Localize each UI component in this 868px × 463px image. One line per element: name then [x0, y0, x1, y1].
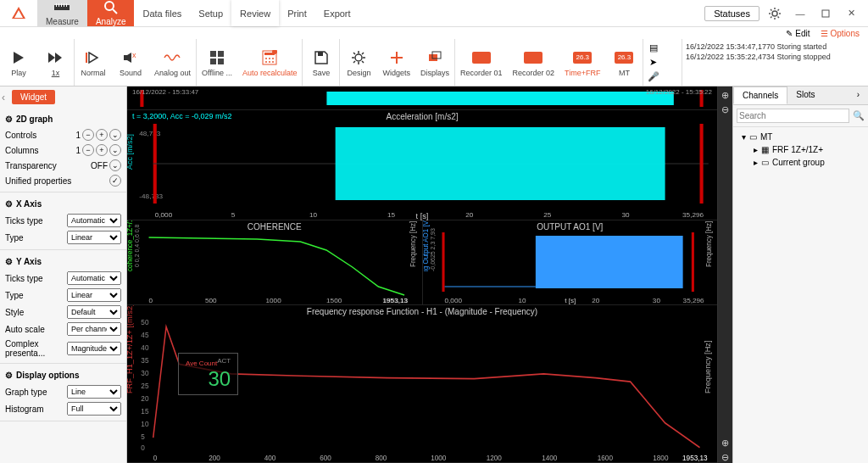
- svg-point-30: [272, 61, 274, 63]
- menu-data-files[interactable]: Data files: [134, 0, 190, 26]
- recorder-02-button[interactable]: Recorder 02: [508, 39, 560, 86]
- section-x-axis[interactable]: ⚙X Axis: [5, 196, 121, 212]
- auto-recalc-button[interactable]: Auto recalculate: [237, 39, 303, 86]
- gear-icon: ⚙: [5, 371, 13, 380]
- zoom-in-icon[interactable]: ⊕: [721, 90, 729, 101]
- y-autoscale-select[interactable]: Per channe: [67, 322, 121, 336]
- mode-normal-button[interactable]: Normal: [75, 39, 112, 86]
- frf-chart[interactable]: Frequency response Function - H1 - (Magn…: [127, 305, 717, 463]
- histogram-select[interactable]: Full: [67, 402, 121, 416]
- chevron-right-icon[interactable]: ›: [849, 86, 868, 104]
- down-button[interactable]: ⌄: [109, 144, 121, 156]
- y-complex-select[interactable]: Magnitude: [67, 342, 121, 355]
- svg-text:48,733: 48,733: [139, 130, 161, 137]
- search-icon[interactable]: 🔍: [849, 110, 868, 121]
- section-2d-graph[interactable]: ⚙2D graph: [5, 111, 121, 127]
- search-input[interactable]: [737, 109, 849, 123]
- doc-icon[interactable]: ▤: [649, 42, 658, 53]
- tree-item[interactable]: ▸▭Current group: [737, 156, 865, 169]
- minus-button[interactable]: −: [82, 144, 94, 156]
- zoom-out-icon[interactable]: ⊖: [721, 452, 729, 463]
- displays-button[interactable]: Displays: [415, 39, 455, 86]
- section-display[interactable]: ⚙Display options: [5, 367, 121, 383]
- y-type-select[interactable]: Linear: [67, 288, 121, 302]
- plus-button[interactable]: +: [96, 144, 108, 156]
- zoom-column: ⊕ ⊖ ⊕ ⊖: [717, 86, 732, 463]
- plus-button[interactable]: +: [96, 129, 108, 141]
- svg-text:500: 500: [205, 297, 217, 304]
- histogram-label: Histogram: [5, 404, 44, 414]
- mt-button[interactable]: 26.3MT: [605, 39, 643, 86]
- graph-type-select[interactable]: Line: [67, 385, 121, 399]
- minus-button[interactable]: −: [82, 129, 94, 141]
- x-type-select[interactable]: Linear: [67, 231, 121, 244]
- svg-rect-7: [66, 3, 67, 7]
- svg-point-10: [772, 11, 777, 16]
- pencil-icon: ✎: [786, 29, 793, 38]
- transparency-label: Transparency: [5, 161, 57, 170]
- menu-print[interactable]: Print: [279, 0, 315, 26]
- menu-export[interactable]: Export: [315, 0, 359, 26]
- cursor-icon[interactable]: ➤: [649, 57, 657, 68]
- plus-icon: [387, 48, 406, 67]
- columns-label: Columns: [5, 146, 38, 155]
- output-chart[interactable]: OUTPUT AO1 [V] ig Output AO1 [V -0,0625 …: [423, 220, 718, 305]
- widgets-button[interactable]: Widgets: [377, 39, 415, 86]
- save-icon: [312, 48, 331, 67]
- wave-icon: [164, 48, 182, 67]
- channel-tree: ▾▭MT ▸▦FRF 1Z+/1Z+ ▸▭Current group: [733, 127, 868, 172]
- log-line: 16/12/2022 15:35:22,4734 Storing stopped: [686, 53, 865, 61]
- gear-icon[interactable]: [765, 3, 785, 24]
- coherence-chart[interactable]: COHERENCE coherence_1Z+/1Z+ 0 0,2 0,4 0,…: [127, 220, 423, 305]
- toggle-button[interactable]: ⌄: [109, 159, 121, 171]
- time-frf-button[interactable]: 26.3Time+FRF: [559, 39, 605, 86]
- check-button[interactable]: ✓: [109, 175, 121, 187]
- mic-icon[interactable]: 🎤: [648, 71, 659, 82]
- recorder-01-button[interactable]: Recorder 01: [455, 39, 508, 86]
- tree-root[interactable]: ▾▭MT: [737, 131, 865, 143]
- svg-rect-21: [210, 59, 216, 64]
- analog-out-button[interactable]: Analog out: [149, 39, 197, 86]
- zoom-in-icon[interactable]: ⊕: [721, 438, 729, 449]
- menu-setup[interactable]: Setup: [190, 0, 231, 26]
- save-button[interactable]: Save: [303, 39, 340, 86]
- overview-strip[interactable]: 16/12/2022 - 15:33:47 16/12/2022 - 15:35…: [127, 86, 717, 110]
- down-button[interactable]: ⌄: [109, 129, 121, 141]
- menu-review[interactable]: Review: [231, 0, 279, 26]
- statuses-button[interactable]: Statuses: [704, 6, 760, 21]
- acceleration-chart[interactable]: t = 3,2000, Acc = -0,029 m/s2 Accelerati…: [127, 110, 717, 220]
- edit-link[interactable]: ✎Edit: [786, 29, 810, 38]
- svg-text:45: 45: [141, 331, 148, 340]
- graph-type-label: Graph type: [5, 388, 47, 397]
- tab-slots[interactable]: Slots: [787, 86, 823, 104]
- play-button[interactable]: Play: [0, 39, 37, 86]
- widget-tab[interactable]: Widget: [12, 90, 55, 104]
- options-link[interactable]: ☰Options: [821, 29, 860, 38]
- y-type-label: Type: [5, 291, 24, 300]
- left-sidebar: ‹ Widget ⚙2D graph Controls1 −+⌄ Columns…: [0, 86, 127, 463]
- svg-rect-6: [64, 3, 64, 7]
- svg-point-8: [105, 2, 114, 10]
- y-style-select[interactable]: Default: [67, 305, 121, 319]
- tree-item[interactable]: ▸▦FRF 1Z+/1Z+: [737, 143, 865, 156]
- zoom-out-icon[interactable]: ⊖: [721, 104, 729, 115]
- y-ticks-select[interactable]: Automatic: [67, 271, 121, 285]
- menu-analyze[interactable]: Analyze: [87, 0, 135, 26]
- chevron-left-icon[interactable]: ‹: [2, 92, 5, 103]
- section-y-axis[interactable]: ⚙Y Axis: [5, 254, 121, 270]
- svg-text:30: 30: [621, 211, 630, 219]
- svg-text:FRF_H1_1Z+/1Z+ [(m/s2)/V: FRF_H1_1Z+/1Z+ [(m/s2)/V: [127, 305, 134, 393]
- tab-channels[interactable]: Channels: [733, 86, 787, 104]
- x-ticks-select[interactable]: Automatic: [67, 214, 121, 227]
- minimize-icon[interactable]: —: [790, 3, 810, 24]
- speaker-mute-icon: x: [121, 48, 140, 67]
- sound-button[interactable]: xSound: [112, 39, 149, 86]
- design-button[interactable]: Design: [340, 39, 377, 86]
- offline-button[interactable]: Offline ...: [197, 39, 237, 86]
- menu-measure[interactable]: Measure: [37, 0, 87, 26]
- close-icon[interactable]: ✕: [841, 3, 861, 24]
- svg-text:0: 0: [153, 453, 158, 462]
- maximize-icon[interactable]: [815, 3, 836, 24]
- transparency-value: OFF: [91, 161, 108, 170]
- speed-button[interactable]: 1x: [37, 39, 75, 86]
